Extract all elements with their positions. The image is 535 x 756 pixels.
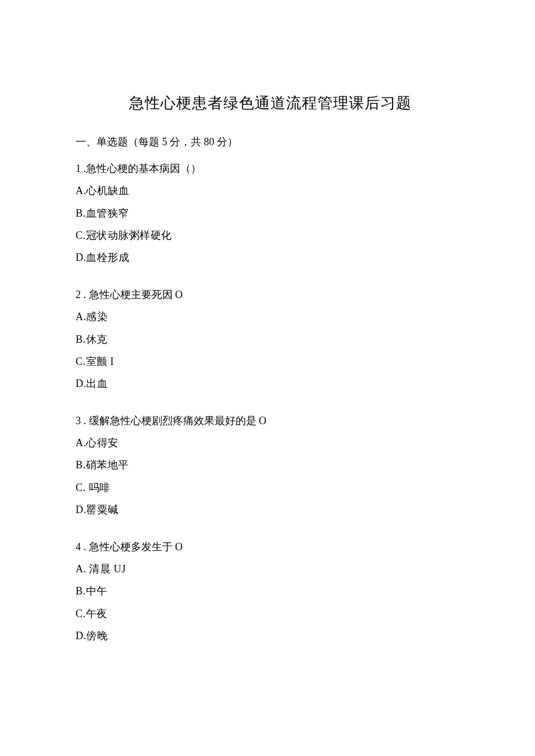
question-stem: 4 . 急性心梗多发生于 O bbox=[76, 537, 465, 557]
question-option: C.午夜 bbox=[76, 604, 465, 624]
question-block: 1 .急性心梗的基本病因（） A.心机缺血 B.血管狭窄 C.冠状动脉粥样硬化 … bbox=[76, 159, 465, 267]
question-block: 3 . 缓解急性心梗剧烈疼痛效果最好的是 O A.心得安 B.硝苯地平 C. 吗… bbox=[76, 411, 465, 519]
question-option: C.室颤 I bbox=[76, 352, 465, 371]
question-stem: 2 . 急性心梗主要死因 O bbox=[76, 285, 465, 304]
question-block: 4 . 急性心梗多发生于 O A. 清晨 UJ B.中午 C.午夜 D.傍晚 bbox=[76, 537, 465, 646]
question-stem: 1 .急性心梗的基本病因（） bbox=[76, 159, 465, 178]
question-option: C.冠状动脉粥样硬化 bbox=[76, 225, 465, 245]
page-title: 急性心梗患者绿色通道流程管理课后习题 bbox=[76, 93, 465, 113]
question-block: 2 . 急性心梗主要死因 O A.感染 B.休克 C.室颤 I D.出血 bbox=[76, 285, 465, 393]
question-option: C. 吗啡 bbox=[76, 478, 465, 497]
question-option: D.罂粟碱 bbox=[76, 500, 465, 519]
question-option: B.血管狭窄 bbox=[76, 203, 465, 223]
question-option: A.心得安 bbox=[76, 433, 465, 453]
section-header: 一、单选题（每题 5 分，共 80 分） bbox=[76, 132, 465, 152]
question-option: D.血栓形成 bbox=[76, 248, 465, 267]
question-option: D.傍晚 bbox=[76, 626, 465, 646]
question-option: B.休克 bbox=[76, 329, 465, 349]
question-option: A. 清晨 UJ bbox=[76, 559, 465, 579]
question-option: D.出血 bbox=[76, 374, 465, 393]
question-option: A.心机缺血 bbox=[76, 181, 465, 200]
question-option: B.硝苯地平 bbox=[76, 455, 465, 475]
question-option: B.中午 bbox=[76, 581, 465, 601]
question-option: A.感染 bbox=[76, 307, 465, 327]
question-stem: 3 . 缓解急性心梗剧烈疼痛效果最好的是 O bbox=[76, 411, 465, 431]
